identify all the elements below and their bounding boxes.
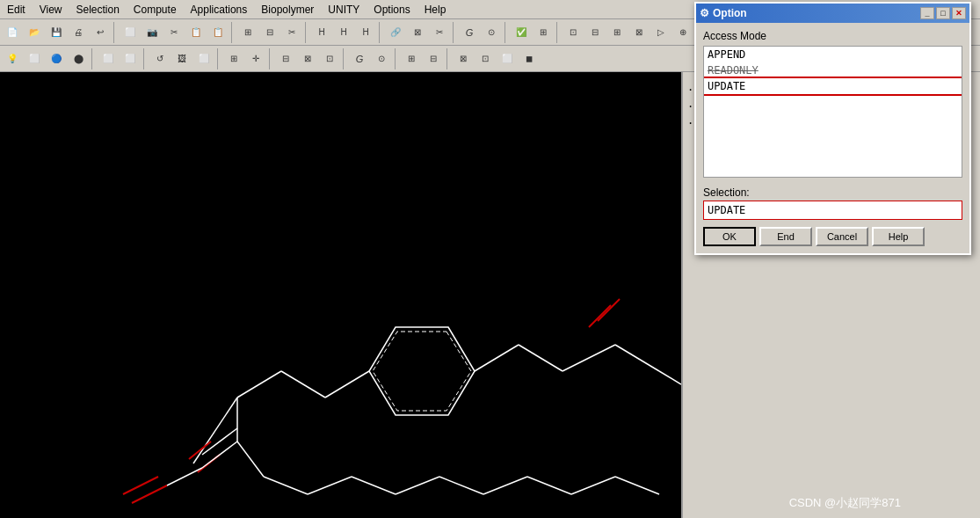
selection-input[interactable] — [703, 201, 962, 220]
dialog-titlebar: ⚙ Option _ □ ✕ — [696, 4, 969, 23]
dialog-titlebar-icon: ⚙ — [700, 7, 709, 19]
listbox-item-update[interactable]: UPDATE — [704, 78, 962, 94]
cancel-button[interactable]: Cancel — [816, 227, 868, 246]
dialog-minimize-button[interactable]: _ — [920, 7, 934, 19]
listbox-item-append[interactable]: APPEND — [704, 47, 962, 62]
dialog-overlay: ⚙ Option _ □ ✕ Access Mode APPEND READON… — [0, 0, 980, 518]
access-mode-label: Access Mode — [703, 30, 962, 42]
end-button[interactable]: End — [759, 227, 812, 246]
access-mode-listbox[interactable]: APPEND READONLY UPDATE — [703, 46, 962, 178]
listbox-item-readonly[interactable]: READONLY — [704, 62, 962, 78]
dialog-body: Access Mode APPEND READONLY UPDATE Selec… — [696, 23, 969, 253]
dialog-maximize-button[interactable]: □ — [936, 7, 950, 19]
option-dialog: ⚙ Option _ □ ✕ Access Mode APPEND READON… — [694, 2, 971, 255]
dialog-close-button[interactable]: ✕ — [952, 7, 966, 19]
dialog-titlebar-buttons: _ □ ✕ — [920, 7, 966, 19]
selection-label: Selection: — [703, 186, 962, 199]
dialog-title: Option — [713, 7, 747, 19]
ok-button[interactable]: OK — [703, 227, 756, 246]
help-button[interactable]: Help — [872, 227, 925, 246]
dialog-buttons: OK End Cancel Help — [703, 227, 962, 246]
